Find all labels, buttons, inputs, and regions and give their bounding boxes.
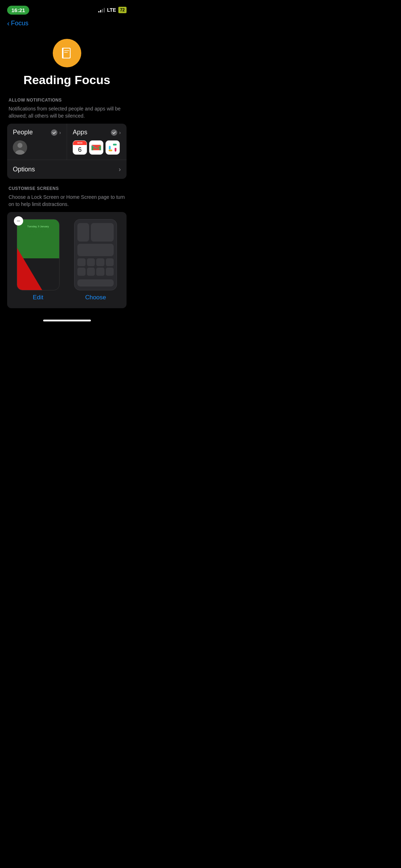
signal-bars	[98, 7, 105, 12]
people-cell[interactable]: People ›	[7, 124, 67, 160]
notifications-card: People ›	[7, 124, 127, 179]
people-cell-content	[13, 140, 61, 155]
svg-point-13	[113, 144, 115, 146]
home-top-widgets	[77, 223, 114, 241]
svg-rect-2	[62, 48, 63, 58]
lte-label: LTE	[107, 7, 116, 13]
calendar-icon-top: MON	[73, 141, 87, 145]
home-screen-thumbnail	[74, 219, 117, 290]
focus-icon	[53, 39, 81, 67]
people-cell-header: People ›	[13, 129, 61, 136]
people-check-icon	[51, 129, 58, 136]
apps-cell-content: MON 6	[73, 140, 121, 155]
svg-point-7	[17, 143, 22, 148]
people-apps-row: People ›	[7, 124, 127, 160]
page-title: Reading Focus	[24, 73, 110, 87]
calendar-icon-body: 6	[73, 145, 87, 154]
slack-logo-icon	[106, 141, 119, 154]
customise-screens-section: CUSTOMISE SCREENS Choose a Lock Screen o…	[0, 186, 134, 315]
app-dot-1	[77, 258, 86, 267]
customise-screens-desc: Choose a Lock Screen or Home Screen page…	[7, 194, 127, 208]
app-dot-4	[106, 258, 114, 267]
home-widget-wide	[91, 223, 114, 241]
app-dot-3	[96, 258, 104, 267]
customise-screens-label: CUSTOMISE SCREENS	[7, 186, 127, 191]
svg-rect-3	[64, 50, 69, 51]
lock-screen-preview: − Tuesday, 9 January 09:41	[17, 219, 60, 290]
avatar	[13, 140, 27, 155]
app-dot-5	[77, 268, 86, 276]
signal-bar-3	[102, 9, 103, 12]
slack-app-icon	[106, 140, 120, 155]
hero-section: Reading Focus	[0, 32, 134, 98]
screens-card: − Tuesday, 9 January 09:41 Edit	[7, 212, 127, 308]
svg-rect-11	[106, 141, 119, 154]
app-dot-7	[96, 268, 104, 276]
home-widget-tall	[77, 223, 89, 241]
options-label: Options	[13, 166, 35, 173]
book-icon	[59, 45, 75, 61]
gmail-logo-icon	[89, 141, 103, 154]
svg-point-14	[115, 148, 117, 150]
home-bar	[43, 320, 91, 321]
people-chevron-icon: ›	[59, 130, 61, 135]
person-silhouette-icon	[13, 140, 27, 155]
signal-bar-1	[98, 11, 99, 12]
home-middle-widget	[77, 244, 114, 256]
calendar-app-icon: MON 6	[73, 140, 87, 155]
home-screen-item: Choose	[71, 219, 121, 301]
status-time: 16:21	[7, 6, 29, 15]
allow-notifications-desc: Notifications from selected people and a…	[7, 105, 127, 119]
svg-point-9	[111, 129, 117, 136]
svg-point-12	[109, 148, 111, 150]
apps-label: Apps	[73, 129, 87, 136]
gmail-app-icon	[89, 140, 103, 155]
status-bar: 16:21 LTE 72	[0, 0, 134, 18]
home-indicator	[0, 315, 134, 324]
edit-button[interactable]: Edit	[33, 294, 43, 301]
allow-notifications-label: ALLOW NOTIFICATIONS	[7, 98, 127, 103]
home-app-grid	[77, 258, 114, 276]
home-dock	[77, 279, 114, 286]
back-chevron-icon: ‹	[7, 19, 10, 27]
back-label: Focus	[11, 20, 29, 27]
signal-bar-2	[100, 10, 101, 12]
options-cell[interactable]: Options ›	[7, 160, 127, 179]
battery-level: 72	[118, 7, 127, 13]
apps-chevron-icon: ›	[119, 130, 121, 135]
status-right: LTE 72	[98, 7, 127, 13]
back-button[interactable]: ‹ Focus	[7, 19, 29, 27]
remove-lock-screen-button[interactable]: −	[14, 216, 23, 226]
lock-screen-text: Tuesday, 9 January 09:41	[17, 225, 59, 237]
people-label: People	[13, 129, 33, 136]
lock-time: 09:41	[28, 228, 48, 237]
svg-point-15	[110, 150, 112, 151]
apps-cell-header: Apps ›	[73, 129, 121, 136]
apps-cell[interactable]: Apps › MON	[67, 124, 127, 160]
lock-screen-thumbnail: Tuesday, 9 January 09:41	[17, 219, 60, 290]
allow-notifications-section: ALLOW NOTIFICATIONS Notifications from s…	[0, 98, 134, 186]
lock-screen-item: − Tuesday, 9 January 09:41 Edit	[13, 219, 63, 301]
app-dot-6	[87, 268, 95, 276]
options-chevron-icon: ›	[119, 166, 121, 173]
svg-rect-1	[63, 48, 70, 58]
options-row: Options ›	[7, 160, 127, 179]
battery: 72	[118, 7, 127, 13]
apps-cell-icons: ›	[110, 129, 121, 136]
home-screen-preview	[74, 219, 117, 290]
lock-date: Tuesday, 9 January	[17, 225, 59, 228]
people-cell-icons: ›	[51, 129, 61, 136]
apps-check-icon	[110, 129, 118, 136]
nav-bar: ‹ Focus	[0, 18, 134, 32]
signal-bar-4	[104, 8, 105, 12]
app-dot-2	[87, 258, 95, 267]
choose-button[interactable]: Choose	[85, 294, 106, 301]
app-dot-8	[106, 268, 114, 276]
svg-point-5	[51, 129, 57, 136]
svg-rect-4	[64, 52, 68, 53]
